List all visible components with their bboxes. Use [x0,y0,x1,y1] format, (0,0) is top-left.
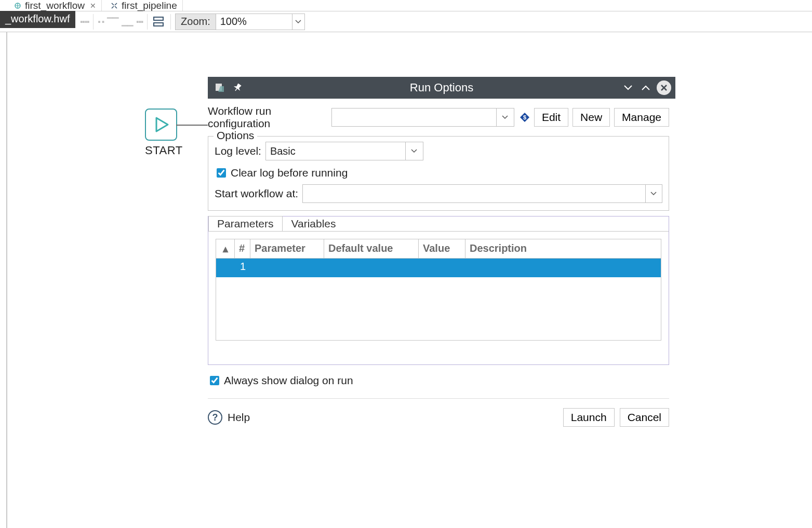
clear-log-checkbox[interactable] [217,168,226,178]
config-dropdown-button[interactable] [497,108,514,127]
chevron-up-icon[interactable] [639,81,653,94]
always-show-checkbox-row[interactable]: Always show dialog on run [208,374,669,387]
clear-log-checkbox-row[interactable]: Clear log before running [215,167,662,179]
col-parameter[interactable]: Parameter [250,239,324,258]
cell-parameter[interactable] [250,259,324,277]
panel-footer: ? Help Launch Cancel [208,398,669,427]
zoom-dropdown-button[interactable] [292,13,305,30]
panel-icon [214,82,225,93]
cancel-button[interactable]: Cancel [620,408,669,427]
tab-parameters[interactable]: Parameters [208,216,283,231]
editor-tabstrip: first_workflow ✕ first_pipeline [0,0,812,11]
start-at-label: Start workflow at: [215,187,298,200]
log-level-select[interactable]: Basic [265,142,406,160]
start-node-label: START [145,144,183,157]
parameters-grid[interactable]: ▴ # Parameter Default value Value Descri… [216,239,661,341]
separator [147,14,148,30]
options-group: Options Log level: Basic Clear log befor… [208,136,669,211]
manage-button[interactable]: Manage [614,108,669,127]
pin-icon[interactable] [232,82,243,93]
col-num[interactable]: # [235,239,250,258]
panel-header[interactable]: Run Options [208,77,675,99]
col-description[interactable]: Description [465,239,661,258]
variable-icon[interactable]: $ [520,112,530,123]
table-row[interactable]: 1 [216,259,661,277]
tab-first-workflow[interactable]: first_workflow ✕ [8,0,102,11]
col-value[interactable]: Value [419,239,465,258]
align-bottom-icon[interactable]: ▁▁ [122,17,133,26]
snap-icon[interactable]: ▪ ▪ [98,17,104,26]
col-sort[interactable]: ▴ [216,239,235,258]
svg-rect-1 [154,17,163,20]
canvas-toolbar: ▪▪▪▪ ▪ ▪ ▔▔ ▁▁ ▪▪▪ Zoom: 100% [0,11,812,32]
launch-button[interactable]: Launch [563,408,615,427]
help-button[interactable]: Help [228,411,250,424]
tab-variables[interactable]: Variables [283,216,345,231]
clear-log-label: Clear log before running [231,167,348,179]
close-icon[interactable]: ✕ [90,2,96,10]
tab-first-pipeline[interactable]: first_pipeline [105,0,183,11]
workflow-canvas[interactable]: START Run Options [6,32,812,528]
config-combo[interactable] [331,108,497,127]
log-level-label: Log level: [215,145,261,157]
tab-label: first_workflow [25,0,85,11]
align-rows-icon[interactable] [152,16,166,28]
tab-label: first_pipeline [122,0,177,11]
cell-value[interactable] [419,259,465,277]
start-node[interactable]: START [145,109,183,157]
chevron-down-icon[interactable] [621,81,635,94]
pipeline-file-icon [110,2,118,10]
log-level-dropdown-button[interactable] [406,142,423,160]
file-path-tooltip: _workflow.hwf [0,11,75,28]
grid-header[interactable]: ▴ # Parameter Default value Value Descri… [216,239,661,259]
edit-button[interactable]: Edit [534,108,568,127]
cell-default[interactable] [324,259,419,277]
always-show-checkbox[interactable] [210,376,219,385]
start-at-dropdown-button[interactable] [646,184,662,203]
new-button[interactable]: New [573,108,610,127]
node-connector [176,125,208,126]
params-vars-group: Parameters Variables ▴ # Parameter Defau… [208,216,669,365]
canvas-guide [6,32,7,528]
row-number: 1 [235,259,250,277]
grid-dots-icon[interactable]: ▪▪▪▪ [80,17,89,26]
separator [93,14,94,30]
workflow-file-icon [14,2,22,10]
distribute-icon[interactable]: ▪▪▪ [136,17,143,26]
svg-text:$: $ [523,114,526,120]
cell-description[interactable] [465,259,661,277]
panel-title: Run Options [208,81,675,94]
svg-rect-2 [154,23,163,26]
play-icon [145,109,177,141]
zoom-label: Zoom: [175,13,216,30]
col-default[interactable]: Default value [324,239,419,258]
align-top-icon[interactable]: ▔▔ [107,17,118,26]
config-label: Workflow run configuration [208,105,327,130]
separator [170,14,171,30]
options-legend: Options [214,129,257,142]
run-options-panel: Run Options Workflow run [208,77,675,427]
close-icon[interactable] [657,80,671,95]
help-icon[interactable]: ? [208,410,222,425]
always-show-label: Always show dialog on run [224,374,353,387]
start-at-combo[interactable] [302,184,646,203]
zoom-value[interactable]: 100% [216,13,292,30]
